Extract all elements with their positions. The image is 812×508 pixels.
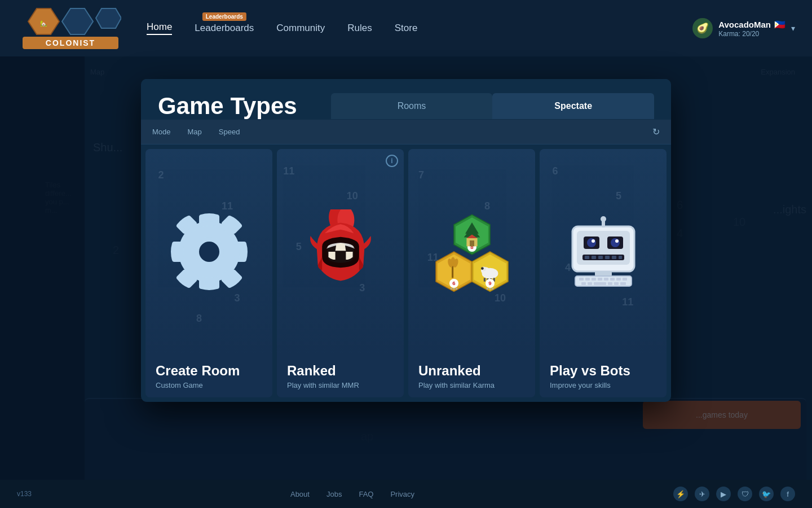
card-bg-numbers-bots: 6 5 4 11	[540, 149, 667, 354]
card-bg-numbers: 2 11 6 3 8	[145, 149, 272, 354]
card-ranked[interactable]: 11 10 5 3 i	[277, 149, 404, 397]
nav-rules[interactable]: Rules	[347, 23, 372, 34]
card-bg-numbers-ranked: 11 10 5 3	[277, 149, 404, 354]
game-types-modal: Game Types Rooms Spectate Mode Map Speed…	[141, 79, 671, 402]
svg-marker-2	[96, 8, 121, 28]
user-flag: 🇵🇭	[774, 19, 785, 30]
card-footer-create-room: Create Room Custom Game	[145, 354, 272, 397]
card-bg-numbers-unranked: 7 8 11 10	[408, 149, 535, 354]
card-image-ranked: 11 10 5 3 i	[277, 149, 404, 354]
nav-community[interactable]: Community	[276, 23, 325, 34]
card-title-create-room: Create Room	[156, 363, 262, 379]
avatar: 🥑	[692, 18, 713, 38]
nav-links: Home Leaderboards Leaderboards Community…	[147, 21, 692, 35]
svg-marker-1	[62, 8, 93, 34]
card-footer-unranked: Unranked Play with similar Karma	[408, 354, 535, 397]
card-image-bots: 6 5 4 11	[540, 149, 667, 354]
refresh-icon[interactable]: ↻	[652, 126, 660, 137]
modal-header: Game Types Rooms Spectate	[141, 79, 671, 120]
user-dropdown-arrow[interactable]: ▾	[791, 24, 795, 33]
svg-text:🏡: 🏡	[40, 20, 47, 27]
modal-filters: Mode Map Speed ↻	[141, 120, 671, 144]
mode-filter-label: Mode	[152, 128, 171, 136]
card-subtitle-bots: Improve your skills	[550, 381, 656, 389]
nav-store[interactable]: Store	[395, 23, 418, 34]
card-image-unranked: 7 8 11 10	[408, 149, 535, 354]
card-footer-bots: Play vs Bots Improve your skills	[540, 354, 667, 397]
tab-spectate[interactable]: Spectate	[492, 93, 654, 119]
beta-badge: Leaderboards	[202, 12, 246, 21]
modal-overlay: Game Types Rooms Spectate Mode Map Speed…	[0, 56, 812, 508]
card-subtitle-create-room: Custom Game	[156, 381, 262, 389]
card-unranked[interactable]: 7 8 11 10	[408, 149, 535, 397]
card-title-ranked: Ranked	[287, 363, 394, 379]
nav-home[interactable]: Home	[147, 21, 172, 35]
card-create-room[interactable]: 2 11 6 3 8	[145, 149, 272, 397]
nav-leaderboards[interactable]: Leaderboards Leaderboards	[195, 23, 254, 34]
card-title-bots: Play vs Bots	[550, 363, 656, 379]
map-filter-label: Map	[188, 128, 202, 136]
card-footer-ranked: Ranked Play with similar MMR	[277, 354, 404, 397]
card-image-create-room: 2 11 6 3 8	[145, 149, 272, 354]
tab-rooms[interactable]: Rooms	[331, 93, 493, 119]
card-play-vs-bots[interactable]: 6 5 4 11	[540, 149, 667, 397]
user-menu[interactable]: 🥑 AvocadoMan 🇵🇭 Karma: 20/20 ▾	[692, 18, 795, 38]
cards-grid: 2 11 6 3 8	[141, 144, 671, 402]
username: AvocadoMan 🇵🇭	[718, 19, 785, 30]
speed-filter-label: Speed	[219, 128, 240, 136]
svg-text:COLONIST: COLONIST	[46, 38, 95, 47]
modal-title: Game Types	[158, 93, 297, 120]
modal-tabs: Rooms Spectate	[331, 93, 654, 119]
logo[interactable]: 🏡 COLONIST	[17, 3, 124, 54]
card-title-unranked: Unranked	[418, 363, 525, 379]
navbar: 🏡 COLONIST Home Leaderboards Leaderboard…	[0, 0, 812, 56]
card-subtitle-ranked: Play with similar MMR	[287, 381, 394, 389]
card-subtitle-unranked: Play with similar Karma	[418, 381, 525, 389]
user-info: AvocadoMan 🇵🇭 Karma: 20/20	[718, 19, 785, 38]
info-icon[interactable]: i	[386, 155, 398, 167]
user-karma: Karma: 20/20	[718, 30, 785, 38]
